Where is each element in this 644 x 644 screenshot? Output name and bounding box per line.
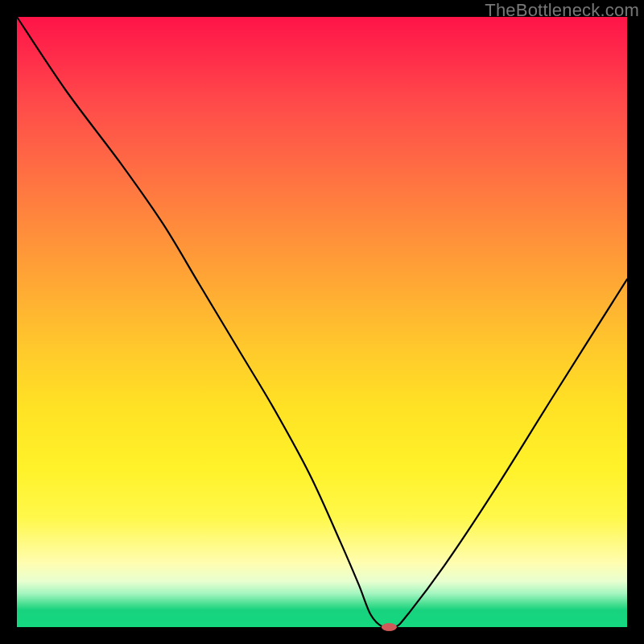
chart-frame: TheBottleneck.com [0, 0, 644, 644]
minimum-marker [382, 624, 396, 631]
bottleneck-curve [17, 17, 627, 629]
plot-svg [17, 17, 627, 627]
